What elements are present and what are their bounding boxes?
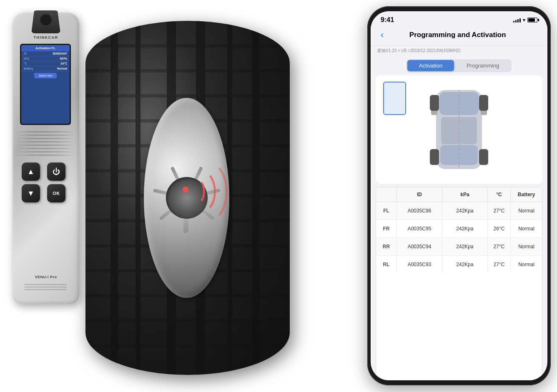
svg-rect-41 (430, 149, 439, 165)
screen-value-temp: 24°C (60, 62, 67, 65)
cellular-signal-icon (513, 17, 521, 22)
device-vent (24, 284, 67, 292)
table-header: ID kPa °C Battery (376, 187, 542, 202)
status-time: 9:41 (381, 16, 394, 24)
col-header-kpa: kPa (442, 187, 488, 202)
row-fr-pos: FR (376, 220, 397, 237)
screen-label-temp: °C (24, 62, 27, 65)
car-image-area (376, 75, 542, 184)
screen-label-kpa: kPa (24, 57, 29, 60)
signal-arc-3 (183, 160, 228, 224)
screen-row-kpa: kPa 0KPa (21, 56, 70, 61)
tab-programming[interactable]: Programming (455, 60, 511, 71)
col-header-id: ID (397, 187, 442, 202)
tab-container: Activation Programming (371, 56, 547, 75)
row-rr-temp: 27°C (488, 238, 511, 255)
status-bar: 9:41 ▾ (371, 11, 547, 26)
row-rr-id: A0035C94 (397, 238, 442, 255)
row-rr-pos: RR (376, 238, 397, 255)
row-fr-id: A0035C95 (397, 220, 442, 237)
back-button[interactable]: ‹ (377, 28, 387, 42)
navigation-bar: ‹ Programming and Activation (371, 26, 547, 46)
page-title: Programming and Activation (387, 31, 528, 39)
screen-value-id: 3DEED447 (53, 52, 67, 55)
row-rl-id: A0035C93 (397, 256, 442, 273)
svg-rect-40 (479, 95, 488, 111)
status-icons: ▾ (513, 17, 537, 23)
tab-activation[interactable]: Activation (407, 60, 454, 71)
row-rr-kpa: 242Kpa (442, 238, 488, 255)
table-row: FR A0035C95 242Kpa 26°C Normal (376, 220, 542, 238)
screen-label-id: ID (24, 52, 27, 55)
smartphone: 9:41 ▾ ‹ Programming and Activation 爱驰V1… (367, 6, 551, 385)
row-fr-kpa: 242Kpa (442, 220, 488, 237)
device-grip (16, 131, 75, 156)
fl-tire-highlight (383, 82, 406, 115)
table-row: RR A0035C94 242Kpa 27°C Normal (376, 238, 542, 256)
data-table: ID kPa °C Battery FL A0035C96 242Kpa 27°… (376, 187, 542, 380)
col-header-temp: °C (488, 187, 511, 202)
row-fr-temp: 26°C (488, 220, 511, 237)
device-buttons: ▲ ⏻ ▼ OK (22, 162, 69, 202)
up-button[interactable]: ▲ (22, 162, 40, 181)
row-fr-battery: Normal (511, 220, 542, 237)
row-rl-battery: Normal (511, 256, 542, 273)
switch-tires-button[interactable]: Switch tires (34, 73, 56, 78)
screen-value-kpa: 0KPa (60, 57, 67, 60)
breadcrumb: 爱驰V1.23 > U5 >2019/12-2021/04(433MHZ) (371, 46, 547, 56)
svg-rect-39 (430, 95, 439, 111)
screen-row-battery: Battery Normal (21, 66, 70, 71)
tab-group: Activation Programming (406, 59, 512, 72)
row-fl-pos: FL (376, 202, 397, 220)
wifi-icon: ▾ (523, 17, 525, 23)
screen-title: Activation FL (21, 45, 70, 51)
car-top-view-svg (424, 77, 494, 182)
col-header-battery: Battery (511, 187, 542, 202)
row-rr-battery: Normal (511, 238, 542, 255)
screen-label-battery: Battery (24, 67, 33, 70)
battery-icon (527, 17, 537, 22)
device-handle (31, 10, 60, 33)
row-rl-kpa: 242Kpa (442, 256, 488, 273)
row-fl-id: A0035C96 (397, 202, 442, 220)
screen-row-temp: °C 24°C (21, 61, 70, 66)
row-rl-pos: RL (376, 256, 397, 273)
device-screen: Activation FL ID 3DEED447 kPa 0KPa °C 24… (21, 45, 70, 124)
table-row: RL A0035C93 242Kpa 27°C Normal (376, 256, 542, 273)
power-button[interactable]: ⏻ (47, 162, 65, 181)
table-row: FL A0035C96 242Kpa 27°C Normal (376, 202, 542, 220)
device-brand-label: THINKCAR (34, 35, 58, 40)
row-fl-battery: Normal (511, 202, 542, 220)
col-header-pos (376, 187, 397, 202)
screen-row-id: ID 3DEED447 (21, 51, 70, 56)
ok-button[interactable]: OK (47, 184, 65, 202)
svg-rect-42 (479, 149, 488, 165)
battery-fill (528, 18, 535, 22)
row-fl-temp: 27°C (488, 202, 511, 220)
device-body: THINKCAR Activation FL ID 3DEED447 kPa 0… (13, 12, 79, 304)
row-rl-temp: 27°C (488, 256, 511, 273)
device-model-label: VENU-i Pro (35, 275, 57, 279)
device-screen-bezel: Activation FL ID 3DEED447 kPa 0KPa °C 24… (20, 44, 71, 125)
row-fl-kpa: 242Kpa (442, 202, 488, 220)
signal-waves (175, 150, 258, 233)
phone-content: 9:41 ▾ ‹ Programming and Activation 爱驰V1… (371, 11, 547, 380)
screen-value-battery: Normal (57, 67, 67, 70)
down-button[interactable]: ▼ (22, 184, 40, 202)
